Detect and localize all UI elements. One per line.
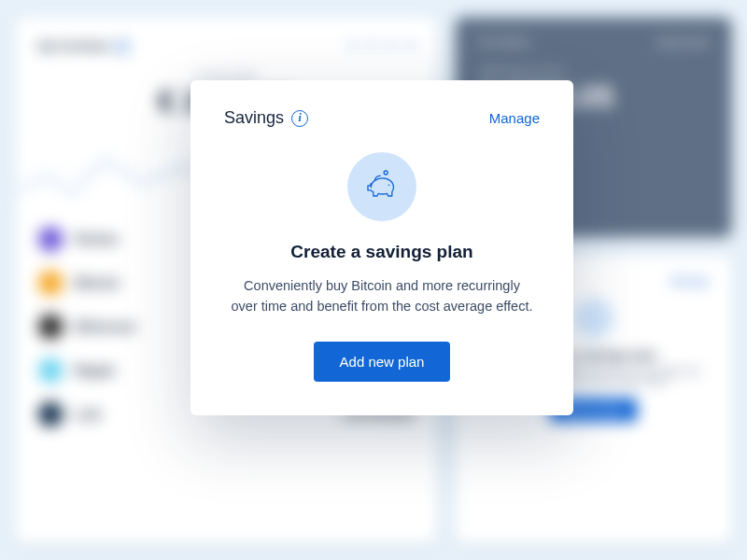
svg-point-1 bbox=[388, 185, 390, 187]
asset-icon bbox=[38, 402, 63, 427]
fee-subtitle: Total funds in Euro bbox=[478, 64, 709, 76]
info-icon bbox=[116, 39, 129, 52]
asset-icon bbox=[38, 358, 63, 384]
current-value-label: Current value bbox=[38, 70, 414, 81]
action-icon: • bbox=[407, 36, 413, 56]
add-new-plan-button[interactable]: Add new plan bbox=[314, 342, 451, 382]
export-link: Export files bbox=[657, 36, 710, 48]
modal-body: Conveniently buy Bitcoin and more recurr… bbox=[230, 275, 534, 317]
svg-point-0 bbox=[384, 171, 388, 175]
manage-link[interactable]: Manage bbox=[489, 110, 540, 126]
info-icon[interactable]: i bbox=[291, 110, 308, 127]
piggy-bank-icon bbox=[347, 152, 416, 221]
modal-headline: Create a savings plan bbox=[224, 242, 540, 262]
action-icon: • bbox=[349, 36, 355, 56]
fee-history-link: Fee history bbox=[478, 36, 530, 48]
portfolio-actions: • • • • bbox=[349, 36, 414, 56]
asset-icon bbox=[38, 271, 63, 296]
piggy-bank-icon bbox=[573, 298, 613, 338]
asset-icon bbox=[38, 315, 63, 340]
asset-icon bbox=[38, 227, 63, 252]
savings-modal: Savings i Manage Create a savings plan C… bbox=[190, 80, 573, 415]
action-icon: • bbox=[369, 36, 374, 56]
portfolio-title: My Portfolio bbox=[38, 39, 129, 53]
action-icon: • bbox=[388, 36, 394, 56]
modal-title: Savings i bbox=[224, 108, 308, 128]
